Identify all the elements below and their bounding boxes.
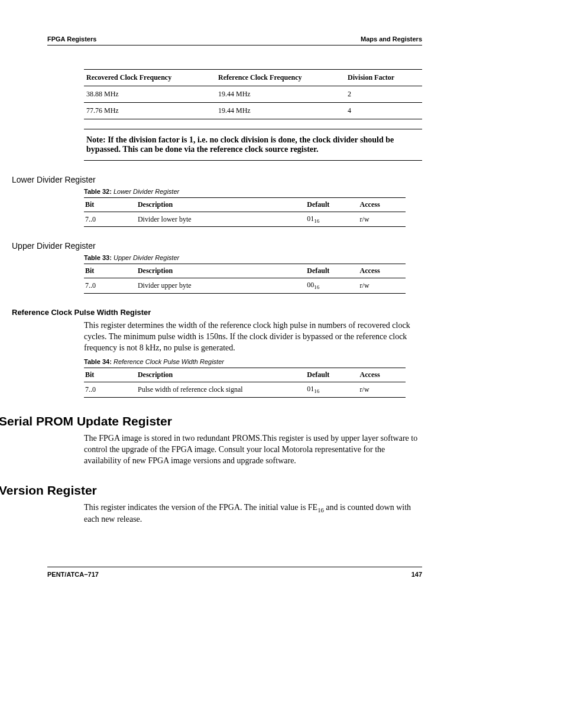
col-description: Description xyxy=(137,198,306,212)
default-cell: 0116 xyxy=(306,212,358,227)
cell: 38.88 MHz xyxy=(84,86,216,103)
col-bit: Bit xyxy=(84,198,137,212)
desc-cell: Divider upper byte xyxy=(137,278,306,293)
desc-cell: Pulse width of reference clock signal xyxy=(137,382,306,397)
col-bit: Bit xyxy=(84,368,137,382)
note-box: Note: If the division factor is 1, i.e. … xyxy=(84,129,422,161)
cell: 77.76 MHz xyxy=(84,103,216,119)
header-left: FPGA Registers xyxy=(47,35,96,43)
frequency-table: Recovered Clock Frequency Reference Cloc… xyxy=(84,69,422,119)
table-caption: Table 34: Reference Clock Pulse Width Re… xyxy=(84,358,422,365)
lower-divider-heading: Lower Divider Register xyxy=(12,175,422,184)
table-caption: Table 32: Lower Divider Register xyxy=(84,188,422,195)
col-access: Access xyxy=(359,264,406,278)
bit-cell: 7..0 xyxy=(84,382,137,397)
col-bit: Bit xyxy=(84,264,137,278)
caption-num: Table 34: xyxy=(84,358,112,365)
access-cell: r/w xyxy=(359,212,406,227)
access-cell: r/w xyxy=(359,382,406,397)
page-header: FPGA Registers Maps and Registers xyxy=(47,35,422,46)
cell: 19.44 MHz xyxy=(216,103,345,119)
lower-divider-table: Bit Description Default Access 7..0 Divi… xyxy=(84,197,406,227)
footer-left: PENT/ATCA−717 xyxy=(47,571,99,578)
serial-prom-body: The FPGA image is stored in two redundan… xyxy=(84,433,422,467)
caption-title: Upper Divider Register xyxy=(112,254,179,261)
col-default: Default xyxy=(306,198,358,212)
ref-pulse-table: Bit Description Default Access 7..0 Puls… xyxy=(84,368,406,397)
version-register-body: This register indicates the version of t… xyxy=(84,502,422,526)
upper-divider-table: Bit Description Default Access 7..0 Divi… xyxy=(84,264,406,293)
freq-col-recovered: Recovered Clock Frequency xyxy=(84,70,216,86)
table-row: 7..0 Divider lower byte 0116 r/w xyxy=(84,212,406,227)
page-footer: PENT/ATCA−717 147 xyxy=(47,567,422,578)
cell: 19.44 MHz xyxy=(216,86,345,103)
freq-col-division: Division Factor xyxy=(345,70,422,86)
access-cell: r/w xyxy=(359,278,406,293)
ref-pulse-heading: Reference Clock Pulse Width Register xyxy=(12,308,422,317)
serial-prom-heading: Serial PROM Update Register xyxy=(0,414,422,428)
col-description: Description xyxy=(137,368,306,382)
default-cell: 0016 xyxy=(306,278,358,293)
caption-num: Table 33: xyxy=(84,254,112,261)
version-register-heading: Version Register xyxy=(0,483,422,498)
caption-title: Reference Clock Pulse Width Register xyxy=(112,358,224,365)
table-row: 38.88 MHz 19.44 MHz 2 xyxy=(84,86,422,103)
cell: 2 xyxy=(345,86,422,103)
table-row: 77.76 MHz 19.44 MHz 4 xyxy=(84,103,422,119)
table-row: 7..0 Pulse width of reference clock sign… xyxy=(84,382,406,397)
col-access: Access xyxy=(359,368,406,382)
caption-title: Lower Divider Register xyxy=(112,188,179,195)
bit-cell: 7..0 xyxy=(84,212,137,227)
col-default: Default xyxy=(306,368,358,382)
default-cell: 0116 xyxy=(306,382,358,397)
col-default: Default xyxy=(306,264,358,278)
bit-cell: 7..0 xyxy=(84,278,137,293)
col-description: Description xyxy=(137,264,306,278)
col-access: Access xyxy=(359,198,406,212)
table-caption: Table 33: Upper Divider Register xyxy=(84,254,422,261)
header-right: Maps and Registers xyxy=(361,35,422,43)
table-row: 7..0 Divider upper byte 0016 r/w xyxy=(84,278,406,293)
cell: 4 xyxy=(345,103,422,119)
caption-num: Table 32: xyxy=(84,188,112,195)
footer-page-number: 147 xyxy=(411,571,422,578)
upper-divider-heading: Upper Divider Register xyxy=(12,241,422,251)
freq-col-reference: Reference Clock Frequency xyxy=(216,70,345,86)
desc-cell: Divider lower byte xyxy=(137,212,306,227)
ref-pulse-body: This register determines the width of th… xyxy=(84,320,422,354)
note-text: Note: If the division factor is 1, i.e. … xyxy=(86,135,394,154)
